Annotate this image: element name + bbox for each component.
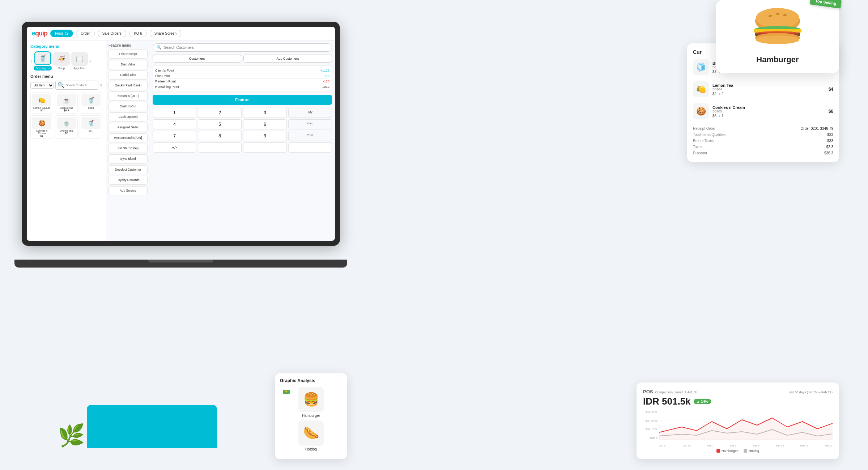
numpad-plusminus[interactable]: +/- [153, 142, 196, 153]
left-panel: Category menu ‹ 🥤 Beverages 🍜 Soup [27, 40, 106, 241]
search-customers-input[interactable] [164, 46, 328, 50]
receipt-taxes-label: Taxes [693, 145, 702, 149]
receipt-total-label: Total Items/Qualities [693, 133, 726, 137]
feature-action-button[interactable]: Feature [153, 95, 332, 105]
redeem-point-value: -123 [323, 80, 329, 83]
share-screen-button[interactable]: Share Screen [150, 30, 181, 37]
lemon-tea-price: $2 [712, 92, 716, 96]
product-search-bar[interactable]: 🔍 [55, 81, 98, 90]
search-customers-icon: 🔍 [157, 45, 162, 50]
numpad-5[interactable]: 5 [198, 119, 242, 129]
deselect-customer-btn[interactable]: Deselect Customer [109, 165, 148, 174]
remaining-point-row: Remaining Point 1012 [155, 84, 329, 89]
cookies-cream-order-price: $6 [712, 114, 716, 118]
numpad-7[interactable]: 7 [153, 131, 196, 141]
order-button[interactable]: Order [76, 30, 95, 37]
order-menu-title: Order menu [30, 74, 102, 78]
product-search-input[interactable] [66, 84, 88, 87]
all-item-select[interactable]: All Item [30, 82, 54, 89]
cappuccino-img: ☕ [57, 94, 76, 106]
x-label-feb21: Feb 21 [825, 444, 833, 447]
receipt-total-row: Total Items/Qualities $33 [693, 132, 833, 138]
ga-hamburger-label: Hamburger [302, 414, 320, 418]
category-beverages[interactable]: 🥤 Beverages [34, 51, 52, 70]
receipt-order-value: Order 0201-3346-79 [800, 127, 833, 131]
laptop-screen: equip Floor T2 Order Sale Orders KO § Sh… [27, 27, 335, 241]
product-cookies-cream[interactable]: 🍪 Cookies n Cream $6 [30, 115, 53, 139]
disc-value-btn[interactable]: Disc Value [109, 60, 148, 69]
numpad-1[interactable]: 1 [153, 108, 196, 118]
plant-decoration: 🌿 [58, 423, 85, 448]
counter-desk [87, 405, 217, 448]
sync-blend-btn[interactable]: Sync Blend [109, 154, 148, 163]
search-icon-small: 🔍 [58, 82, 65, 89]
soup-label: Soup [58, 67, 65, 70]
pos-chart-panel: POS Comparison period: $ 441.8k Last 30 … [637, 383, 839, 459]
remaining-point-value: 1012 [322, 85, 329, 89]
numpad-9[interactable]: 9 [243, 131, 287, 141]
loyalty-rewards-btn[interactable]: Loyalty Rewards [109, 176, 148, 185]
y-label-300k: IDR 300k [643, 411, 658, 414]
graphic-analysis-panel: Graphic Analysis 🏆 🍔 Hamburger 🌭 Hotdog [275, 373, 347, 459]
ko-button[interactable]: KO § [129, 30, 147, 37]
customers-btn[interactable]: Customers [153, 55, 241, 63]
receipt-section: Receipt Order Order 0201-3346-79 Total I… [693, 123, 833, 156]
hamburger-image-wrap [725, 7, 830, 52]
pos-chart-comparison: Comparison period: $ 441.8k [655, 390, 697, 394]
order-item-lemon-tea: 🍋 Lemon Tea B0204 $2 x 2 $4 [693, 81, 833, 97]
cash-opened-btn[interactable]: Cash Opened [109, 112, 148, 121]
add-customers-btn[interactable]: Add Customers [243, 55, 332, 63]
category-appetizer[interactable]: 🍽️ Appetizer [71, 52, 88, 70]
numpad-8[interactable]: 8 [198, 131, 242, 141]
y-label-100k: IDR 100k [643, 428, 658, 431]
assigned-seller-btn[interactable]: Assigned Seller [109, 123, 148, 132]
global-disc-btn[interactable]: Global Disc [109, 70, 148, 80]
numpad-qty[interactable]: Qty [288, 108, 332, 118]
legend-hamburger: Hamburger [716, 449, 738, 453]
quickly-paid-btn[interactable]: Quickly Paid [Bank] [109, 81, 148, 90]
pos-app: equip Floor T2 Order Sale Orders KO § Sh… [27, 27, 335, 241]
cookies-cream-price-row: $6 x 1 [712, 114, 825, 118]
cat-prev-arrow[interactable]: ‹ [30, 58, 32, 64]
legend-hamburger-dot [716, 449, 720, 453]
print-receipt-btn[interactable]: Print Receipt [109, 50, 148, 59]
floor-t2-button[interactable]: Floor T2 [50, 30, 73, 37]
product-lemon-squash[interactable]: 🍋 Lemon Squash $5 [30, 93, 53, 114]
receipt-before-taxes-value: $33 [827, 139, 833, 143]
sale-orders-button[interactable]: Sale Orders [98, 30, 126, 37]
search-customers-bar[interactable]: 🔍 [153, 43, 332, 52]
svg-marker-15 [659, 418, 833, 440]
filter-icon[interactable]: ⧖ [100, 83, 102, 87]
product-soda[interactable]: 🥤 Soda [80, 93, 102, 114]
numpad-disc[interactable]: Disc [288, 119, 332, 129]
numpad-6[interactable]: 6 [243, 119, 287, 129]
category-soup[interactable]: 🍜 Soup [53, 52, 70, 70]
return-off-btn[interactable]: Return is [OFF] [109, 91, 148, 101]
product-cappuccino[interactable]: ☕ Cappuccino $6.5 [55, 93, 78, 114]
set-start-categ-btn[interactable]: Set Start Categ [109, 144, 148, 153]
cappuccino-name: Cappuccino [57, 107, 76, 109]
receipt-discount-value: $36.3 [824, 151, 833, 155]
points-table: Client's Point +1123 Plus Point +12 Rede… [153, 65, 332, 92]
x-label-feb5: Feb 5 [730, 444, 737, 447]
cat-next-arrow[interactable]: › [89, 58, 91, 64]
lemon-tea-price-row: $2 x 2 [712, 92, 825, 96]
add-service-btn[interactable]: Add Service [109, 186, 148, 195]
numpad-2[interactable]: 2 [198, 108, 242, 118]
feature-menu-panel: Feature menu Print Receipt Disc Value Gl… [106, 40, 150, 241]
beverages-img: 🥤 [34, 51, 51, 65]
cookies-cream-img: 🍪 [32, 117, 51, 129]
recommend-on-btn[interactable]: Recommend is [ON] [109, 133, 148, 142]
numpad-price[interactable]: Price [288, 131, 332, 141]
ga-hamburger-img: 🍔 [298, 387, 324, 412]
numpad-4[interactable]: 4 [153, 119, 196, 129]
product-lychee-tea[interactable]: 🍵 Lychee Tea $2 [55, 115, 78, 139]
cookies-cream-order-code: B0205 [712, 110, 825, 113]
product-br[interactable]: 🥤 Br... [80, 115, 102, 139]
numpad-3[interactable]: 3 [243, 108, 287, 118]
cookies-cream-order-name: Cookies n Cream [712, 105, 825, 110]
chart-container: IDR 300k IDR 200k IDR 100k IDR 0 Jan 24 [643, 411, 833, 447]
cookies-cream-price: $6 [32, 134, 51, 137]
cash-inout-btn[interactable]: Cash In/Out [109, 102, 148, 111]
x-label-feb1: Feb 1 [707, 444, 714, 447]
